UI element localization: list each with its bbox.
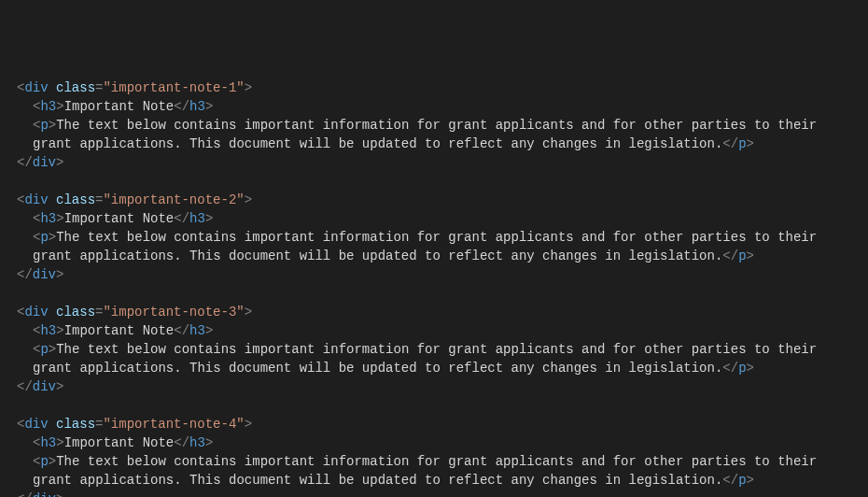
text-paragraph-line2: grant applications. This document will b…	[33, 248, 722, 263]
attr-value-class: "important-note-2"	[103, 192, 244, 207]
angle-bracket: </	[174, 99, 189, 114]
tag-div: div	[33, 267, 56, 282]
code-line-p-wrap: grant applications. This document will b…	[17, 135, 868, 153]
code-line-h3: <h3>Important Note</h3>	[17, 209, 868, 228]
code-line-div-close: </div>	[17, 377, 868, 396]
tag-h3: h3	[189, 323, 205, 338]
angle-bracket: >	[245, 305, 252, 320]
angle-bracket: </	[174, 323, 189, 338]
code-line-p-open: <p>The text below contains important inf…	[17, 452, 868, 471]
tag-p: p	[40, 342, 48, 357]
code-line-p-wrap: grant applications. This document will b…	[17, 247, 868, 265]
angle-bracket: >	[56, 99, 63, 114]
tag-p: p	[738, 473, 746, 488]
angle-bracket: >	[205, 211, 213, 226]
tag-h3: h3	[40, 211, 56, 226]
angle-bracket: >	[747, 361, 754, 376]
angle-bracket: >	[205, 99, 213, 114]
angle-bracket: </	[722, 248, 738, 263]
attr-class: class	[56, 305, 95, 320]
angle-bracket: >	[747, 473, 754, 488]
angle-bracket: </	[17, 267, 33, 282]
angle-bracket: >	[245, 417, 252, 432]
code-line-div-open: <div class="important-note-4">	[17, 415, 868, 433]
attr-class: class	[56, 80, 95, 95]
angle-bracket: >	[205, 435, 213, 450]
tag-div: div	[33, 379, 56, 394]
attr-class: class	[56, 192, 95, 207]
angle-bracket: </	[17, 155, 33, 170]
tag-p: p	[738, 248, 746, 263]
tag-div: div	[33, 491, 56, 497]
attr-value-class: "important-note-4"	[103, 417, 244, 432]
code-blank-line	[17, 172, 868, 191]
tag-p: p	[738, 361, 746, 376]
text-heading: Important Note	[64, 435, 175, 450]
tag-h3: h3	[40, 99, 56, 114]
code-line-p-wrap: grant applications. This document will b…	[17, 359, 868, 377]
angle-bracket: >	[49, 230, 56, 245]
angle-bracket: </	[17, 379, 33, 394]
text-paragraph-line2: grant applications. This document will b…	[33, 361, 722, 376]
angle-bracket: </	[174, 435, 189, 450]
code-line-p-open: <p>The text below contains important inf…	[17, 340, 868, 359]
angle-bracket: </	[722, 136, 738, 151]
code-line-div-close: </div>	[17, 490, 868, 497]
text-heading: Important Note	[64, 323, 175, 338]
tag-h3: h3	[189, 435, 205, 450]
tag-p: p	[40, 230, 48, 245]
angle-bracket: >	[56, 267, 63, 282]
angle-bracket: >	[245, 80, 252, 95]
text-paragraph-line2: grant applications. This document will b…	[33, 473, 722, 488]
tag-div: div	[24, 417, 48, 432]
angle-bracket: </	[722, 473, 738, 488]
angle-bracket: </	[722, 361, 738, 376]
angle-bracket: >	[747, 248, 754, 263]
angle-bracket: >	[245, 192, 252, 207]
angle-bracket: >	[747, 136, 754, 151]
text-paragraph-line1: The text below contains important inform…	[56, 454, 817, 469]
code-line-div-open: <div class="important-note-2">	[17, 191, 868, 209]
tag-p: p	[738, 136, 746, 151]
tag-div: div	[24, 192, 48, 207]
text-paragraph-line2: grant applications. This document will b…	[33, 136, 722, 151]
tag-div: div	[33, 155, 56, 170]
code-line-div-open: <div class="important-note-3">	[17, 303, 868, 321]
angle-bracket: >	[56, 211, 63, 226]
code-line-div-close: </div>	[17, 265, 868, 284]
tag-p: p	[40, 454, 48, 469]
code-line-h3: <h3>Important Note</h3>	[17, 97, 868, 116]
attr-value-class: "important-note-1"	[103, 80, 244, 95]
tag-h3: h3	[40, 435, 56, 450]
tag-div: div	[24, 305, 48, 320]
code-blank-line	[17, 396, 868, 415]
code-line-h3: <h3>Important Note</h3>	[17, 321, 868, 340]
text-paragraph-line1: The text below contains important inform…	[56, 342, 817, 357]
code-line-p-open: <p>The text below contains important inf…	[17, 116, 868, 135]
attr-class: class	[56, 417, 95, 432]
angle-bracket: </	[17, 491, 33, 497]
tag-h3: h3	[40, 323, 56, 338]
tag-div: div	[24, 80, 48, 95]
code-line-div-open: <div class="important-note-1">	[17, 78, 868, 97]
tag-p: p	[40, 118, 48, 133]
angle-bracket: </	[174, 211, 189, 226]
angle-bracket: >	[49, 118, 56, 133]
angle-bracket: >	[56, 491, 63, 497]
text-heading: Important Note	[64, 99, 175, 114]
angle-bracket: >	[49, 342, 56, 357]
code-line-div-close: </div>	[17, 153, 868, 172]
code-line-p-wrap: grant applications. This document will b…	[17, 471, 868, 490]
angle-bracket: >	[205, 323, 213, 338]
angle-bracket: >	[56, 379, 63, 394]
angle-bracket: >	[56, 435, 63, 450]
angle-bracket: >	[56, 323, 63, 338]
angle-bracket: >	[56, 155, 63, 170]
attr-value-class: "important-note-3"	[103, 305, 244, 320]
text-paragraph-line1: The text below contains important inform…	[56, 230, 817, 245]
code-line-h3: <h3>Important Note</h3>	[17, 433, 868, 452]
code-editor-content[interactable]: <div class="important-note-1"><h3>Import…	[17, 78, 868, 497]
code-line-p-open: <p>The text below contains important inf…	[17, 228, 868, 247]
text-paragraph-line1: The text below contains important inform…	[56, 118, 817, 133]
code-blank-line	[17, 284, 868, 303]
